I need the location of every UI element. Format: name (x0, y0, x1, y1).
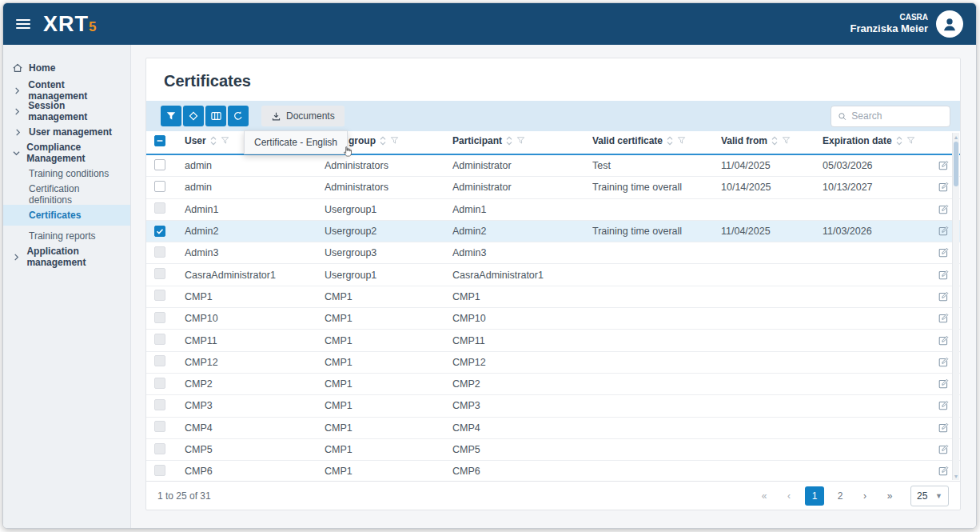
search-input[interactable] (851, 110, 943, 122)
table-row[interactable]: CMP1CMP1CMP1 (146, 286, 960, 308)
row-checkbox[interactable] (154, 181, 165, 192)
hamburger-menu-icon[interactable] (16, 19, 30, 29)
filter-icon[interactable] (782, 136, 791, 145)
cell-participant: CMP5 (452, 444, 592, 455)
row-checkbox-cell (154, 421, 185, 434)
edit-row-button[interactable] (918, 313, 952, 324)
edit-row-button[interactable] (918, 422, 952, 434)
table-row[interactable]: CMP10CMP1CMP10 (146, 308, 960, 330)
sidebar-item-label: Content management (28, 79, 122, 102)
sidebar-item-compliance-management[interactable]: Compliance Management (3, 142, 130, 163)
vertical-scrollbar[interactable]: ▲ ▼ (952, 133, 959, 480)
documents-button[interactable]: Documents (261, 106, 345, 126)
sidebar-item-home[interactable]: Home (3, 56, 130, 80)
sidebar-item-application-management[interactable]: Application management (3, 246, 130, 267)
column-header-expiration-date[interactable]: Expiration date (823, 135, 918, 146)
table-row[interactable]: Admin2Usergroup2Admin2Training time over… (146, 221, 960, 242)
edit-row-button[interactable] (918, 466, 952, 477)
table-row[interactable]: Admin3Usergroup3Admin3 (146, 242, 960, 264)
table-row[interactable]: CMP6CMP1CMP6 (146, 461, 960, 481)
sidebar-item-certificates[interactable]: Certificates (3, 205, 130, 226)
row-checkbox[interactable] (154, 159, 165, 170)
cell-user: Admin1 (185, 204, 325, 215)
edit-row-button[interactable] (918, 378, 952, 390)
columns-button[interactable] (205, 106, 226, 126)
sidebar-item-label: Training reports (29, 230, 96, 242)
refresh-button[interactable] (228, 106, 249, 126)
row-checkbox-cell (154, 202, 185, 216)
column-header-participant[interactable]: Participant (452, 135, 592, 146)
app-logo[interactable]: XRT5 (43, 14, 97, 35)
cell-participant: Admin2 (452, 226, 592, 237)
filter-icon[interactable] (516, 136, 525, 145)
edit-row-button[interactable] (918, 335, 952, 346)
filter-button[interactable] (161, 106, 181, 126)
sidebar-item-training-conditions[interactable]: Training conditions (3, 163, 130, 184)
sidebar-item-certification-definitions[interactable]: Certification definitions (3, 184, 130, 205)
scroll-down-icon[interactable]: ▼ (953, 472, 959, 480)
cell-valid-certificate: Test (592, 160, 721, 171)
prev-page-button[interactable]: ‹ (780, 486, 798, 506)
column-header-valid-certificate[interactable]: Valid certificate (592, 135, 721, 146)
table-row[interactable]: adminAdministratorsAdministratorTest11/0… (146, 155, 960, 177)
scrollbar-thumb[interactable] (954, 142, 958, 186)
edit-row-button[interactable] (918, 357, 952, 368)
filter-icon[interactable] (221, 136, 229, 145)
sort-icon[interactable] (896, 136, 902, 146)
scroll-up-icon[interactable]: ▲ (953, 133, 959, 141)
row-checkbox[interactable] (154, 226, 165, 237)
filter-icon[interactable] (906, 136, 915, 145)
edit-row-button[interactable] (918, 226, 952, 237)
next-page-button[interactable]: › (856, 486, 874, 506)
user-avatar[interactable] (936, 10, 963, 38)
table-row[interactable]: CMP5CMP1CMP5 (146, 439, 960, 461)
sort-icon[interactable] (210, 136, 217, 146)
sidebar-item-content-management[interactable]: Content management (3, 80, 130, 101)
column-header-valid-from[interactable]: Valid from (721, 135, 823, 146)
sort-icon[interactable] (771, 136, 778, 146)
dropdown-item-certificate-english[interactable]: Certificate - English (245, 131, 347, 154)
edit-row-button[interactable] (918, 204, 952, 215)
user-info: CASRA Franziska Meier (850, 13, 928, 36)
edit-row-button[interactable] (918, 270, 952, 281)
table-row[interactable]: Admin1Usergroup1Admin1 (146, 199, 960, 221)
edit-row-button[interactable] (918, 444, 952, 455)
select-all-checkbox[interactable] (154, 135, 165, 146)
table-row[interactable]: CMP4CMP1CMP4 (146, 418, 960, 439)
sidebar-item-training-reports[interactable]: Training reports (3, 226, 130, 246)
cell-user-group: CMP1 (325, 378, 452, 390)
row-checkbox (154, 443, 165, 454)
page-button-1[interactable]: 1 (805, 486, 824, 506)
table-row[interactable]: CMP2CMP1CMP2 (146, 374, 960, 395)
edit-row-button[interactable] (918, 400, 952, 411)
cell-user-group: CMP1 (325, 313, 452, 324)
documents-dropdown-menu: Certificate - English (244, 130, 348, 154)
last-page-button[interactable]: » (881, 486, 898, 506)
sort-icon[interactable] (506, 136, 512, 146)
first-page-button[interactable]: « (755, 486, 773, 506)
row-checkbox (154, 268, 165, 279)
page-button-2[interactable]: 2 (831, 486, 849, 506)
page-size-select[interactable]: 25▼ (910, 486, 949, 506)
edit-row-button[interactable] (918, 247, 952, 258)
expand-button[interactable] (183, 106, 204, 126)
edit-row-button[interactable] (918, 160, 952, 171)
edit-row-button[interactable] (918, 182, 952, 193)
top-navbar: XRT5 CASRA Franziska Meier (3, 3, 976, 45)
cell-user: CMP12 (185, 357, 325, 368)
table-row[interactable]: CMP3CMP1CMP3 (146, 395, 960, 417)
filter-icon[interactable] (390, 136, 399, 145)
table-row[interactable]: adminAdministratorsAdministratorTraining… (146, 177, 960, 198)
table-row[interactable]: CasraAdministrator1Usergroup1CasraAdmini… (146, 264, 960, 286)
edit-row-button[interactable] (918, 291, 952, 302)
hand-cursor-icon (341, 146, 353, 161)
sidebar-item-user-management[interactable]: User management (3, 122, 130, 142)
table-row[interactable]: CMP12CMP1CMP12 (146, 352, 960, 374)
row-checkbox-cell (154, 465, 185, 478)
sort-icon[interactable] (667, 136, 673, 146)
sort-icon[interactable] (380, 136, 386, 146)
sidebar-item-session-management[interactable]: Session management (3, 101, 130, 122)
filter-icon[interactable] (677, 136, 686, 145)
cell-user-group: CMP1 (325, 466, 452, 477)
table-row[interactable]: CMP11CMP1CMP11 (146, 330, 960, 351)
